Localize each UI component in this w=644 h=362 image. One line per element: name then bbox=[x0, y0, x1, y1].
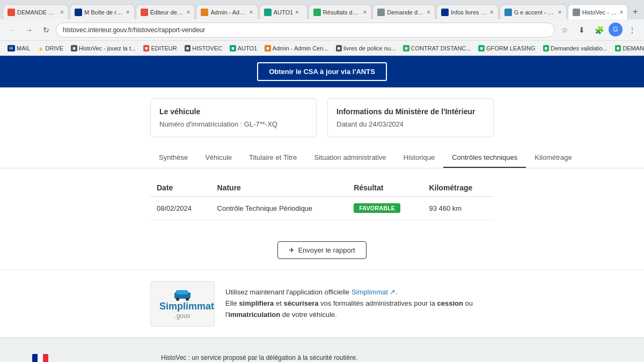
footer-right: HistoVec : un service proposé par la dél… bbox=[161, 354, 612, 362]
ministry-card: Informations du Ministère de l'Intérieur… bbox=[327, 98, 494, 137]
menu-button[interactable]: ⋮ bbox=[625, 23, 640, 38]
tab-demande[interactable]: DEMANDE DE CC... × bbox=[3, 4, 69, 19]
col-nature: Nature bbox=[211, 179, 348, 197]
tab-label-auto1: AUTO1 bbox=[274, 9, 293, 16]
bookmark-mail[interactable]: ✉ MAIL bbox=[4, 44, 34, 53]
tab-close-demande[interactable]: × bbox=[60, 9, 64, 16]
bookmark-contrat[interactable]: ■ CONTRAT DISTANC... bbox=[400, 44, 474, 53]
tab-close-editeur[interactable]: × bbox=[186, 9, 190, 16]
tab-demande-cert[interactable]: Demande de cert... × bbox=[372, 4, 435, 19]
tab-close-histovec[interactable]: × bbox=[619, 9, 623, 16]
bookmark-editeur[interactable]: ■ EDITEUR bbox=[140, 44, 180, 53]
bookmark-demandes[interactable]: ■ Demandes validatio... bbox=[540, 44, 611, 53]
badge-favorable: FAVORABLE bbox=[354, 203, 400, 213]
bookmark-histovec[interactable]: ■ HistoVec - jouez la t... bbox=[68, 44, 139, 53]
nav-icons: ☆ ⬇ 🧩 G ⋮ bbox=[557, 23, 640, 38]
car-icon bbox=[172, 288, 193, 301]
tab-auto1[interactable]: AUTO1 × bbox=[259, 4, 308, 19]
tab-close-admin[interactable]: × bbox=[250, 9, 253, 16]
tab-controles[interactable]: Contrôles techniques bbox=[443, 148, 526, 168]
address-text: histovec.interieur.gouv.fr/histovec/rapp… bbox=[63, 26, 205, 34]
bookmark-drive[interactable]: ▲ DRIVE bbox=[35, 44, 67, 53]
bookmark-gform[interactable]: ■ GFORM LEASING bbox=[475, 44, 538, 53]
tab-resultats[interactable]: Résultats de rech... × bbox=[309, 4, 372, 19]
tab-kilometrage[interactable]: Kilométrage bbox=[526, 148, 580, 168]
extensions-button[interactable]: 🧩 bbox=[591, 23, 606, 38]
simplimmat-description: Utilisez maintenant l'application offici… bbox=[225, 287, 494, 320]
tab-label-resultats: Résultats de rech... bbox=[323, 9, 361, 16]
tabs-list: Synthèse Véhicule Titulaire et Titre Sit… bbox=[150, 148, 494, 168]
tab-close-resultats[interactable]: × bbox=[363, 9, 367, 16]
svg-rect-1 bbox=[176, 290, 188, 294]
simplimmat-link[interactable]: Simplimmat ↗ bbox=[352, 288, 396, 296]
bookmark-demande-cg[interactable]: ■ DEMANDE CG -GM... bbox=[612, 44, 644, 53]
bookmark-admin[interactable]: ■ Admin - Admin Cen... bbox=[261, 44, 331, 53]
address-bar[interactable]: histovec.interieur.gouv.fr/histovec/rapp… bbox=[56, 23, 555, 38]
vehicle-card-title: Le véhicule bbox=[159, 107, 308, 116]
tab-favicon-demande bbox=[8, 9, 15, 16]
tab-favicon-google bbox=[504, 9, 512, 16]
table-row: 08/02/2024 Contrôle Technique Périodique… bbox=[150, 197, 494, 220]
tab-favicon-auto1 bbox=[264, 9, 272, 16]
tab-close-demande-cert[interactable]: × bbox=[427, 9, 430, 16]
tab-mail[interactable]: M Boîte de récepti... × bbox=[70, 4, 135, 19]
tab-label-histovec: HistoVec - Rapp... bbox=[582, 9, 618, 16]
tab-admin[interactable]: Admin - Admin C... × bbox=[196, 4, 258, 19]
page-content: Obtenir le CSA à jour via l'ANTS Le véhi… bbox=[0, 56, 644, 362]
controles-table: Date Nature Résultat Kilométrage 08/02/2… bbox=[150, 179, 494, 220]
tab-label-infos: Infos livres de po... bbox=[451, 9, 488, 16]
content-section: Date Nature Résultat Kilométrage 08/02/2… bbox=[0, 168, 644, 231]
french-flag bbox=[32, 354, 48, 362]
tab-close-infos[interactable]: × bbox=[490, 9, 494, 16]
tab-favicon-histovec bbox=[573, 9, 580, 16]
tab-favicon-resultats bbox=[313, 9, 321, 16]
vehicle-card: Le véhicule Numéro d'immatriculation : G… bbox=[150, 98, 317, 137]
tab-bar: DEMANDE DE CC... × M Boîte de récepti...… bbox=[0, 0, 644, 19]
tab-vehicule[interactable]: Véhicule bbox=[196, 148, 240, 168]
tab-label-google: G e accent - Reche... bbox=[514, 9, 556, 16]
refresh-button[interactable]: ↻ bbox=[39, 23, 54, 38]
tab-historique[interactable]: Historique bbox=[395, 148, 444, 168]
tab-label-editeur: Éditeur de docu... bbox=[150, 9, 185, 16]
tab-infos[interactable]: Infos livres de po... × bbox=[436, 4, 499, 19]
tab-favicon-mail bbox=[75, 9, 82, 16]
col-km: Kilométrage bbox=[422, 179, 494, 197]
tab-close-auto1[interactable]: × bbox=[295, 9, 299, 16]
tab-close-google[interactable]: × bbox=[558, 9, 562, 16]
tab-synthese[interactable]: Synthèse bbox=[150, 148, 196, 168]
simplimmat-logo-text: Simplimmat bbox=[159, 301, 206, 312]
vehicle-info-section: Le véhicule Numéro d'immatriculation : G… bbox=[0, 87, 644, 148]
bookmark-star-button[interactable]: ☆ bbox=[557, 23, 572, 38]
tab-histovec[interactable]: HistoVec - Rapp... × bbox=[568, 4, 628, 19]
tabs-section: Synthèse Véhicule Titulaire et Titre Sit… bbox=[0, 148, 644, 168]
nav-bar: ← → ↻ histovec.interieur.gouv.fr/histove… bbox=[0, 19, 644, 41]
tab-titulaire[interactable]: Titulaire et Titre bbox=[240, 148, 305, 168]
back-button[interactable]: ← bbox=[4, 23, 19, 38]
forward-button[interactable]: → bbox=[21, 23, 36, 38]
tab-label-demande-cert: Demande de cert... bbox=[387, 9, 425, 16]
send-button-bar: ✈ Envoyer le rapport bbox=[0, 231, 644, 270]
tab-label-demande: DEMANDE DE CC... bbox=[17, 9, 58, 16]
bookmark-auto1[interactable]: ■ AUTO1 bbox=[226, 44, 260, 53]
ants-button[interactable]: Obtenir le CSA à jour via l'ANTS bbox=[257, 62, 387, 81]
bookmark-histovec2[interactable]: ■ HISTOVEC bbox=[181, 44, 225, 53]
ministry-card-title: Informations du Ministère de l'Intérieur bbox=[336, 107, 485, 116]
tab-situation[interactable]: Situation administrative bbox=[305, 148, 394, 168]
download-button[interactable]: ⬇ bbox=[574, 23, 589, 38]
tab-close-mail[interactable]: × bbox=[126, 9, 130, 16]
send-label: Envoyer le rapport bbox=[298, 246, 355, 254]
footer-left: MINISTÈRE DE L'INTÉRIEUR ET DES OUTRE-ME… bbox=[32, 354, 140, 362]
row-resultat: FAVORABLE bbox=[347, 197, 422, 220]
tab-editeur[interactable]: Éditeur de docu... × bbox=[136, 4, 195, 19]
send-button[interactable]: ✈ Envoyer le rapport bbox=[277, 241, 366, 259]
new-tab-button[interactable]: + bbox=[629, 4, 641, 19]
browser-chrome: DEMANDE DE CC... × M Boîte de récepti...… bbox=[0, 0, 644, 56]
send-icon: ✈ bbox=[289, 246, 295, 254]
profile-button[interactable]: G bbox=[609, 23, 623, 36]
tab-label-mail: M Boîte de récepti... bbox=[84, 9, 124, 16]
tab-google[interactable]: G e accent - Reche... × bbox=[500, 4, 567, 19]
bookmark-livres[interactable]: ■ livres de police nu... bbox=[333, 44, 399, 53]
vehicle-immat: Numéro d'immatriculation : GL-7**-XQ bbox=[159, 120, 308, 128]
tab-favicon-demande-cert bbox=[377, 9, 385, 16]
simplimmat-banner: Simplimmat .gouv Utilisez maintenant l'a… bbox=[0, 270, 644, 337]
